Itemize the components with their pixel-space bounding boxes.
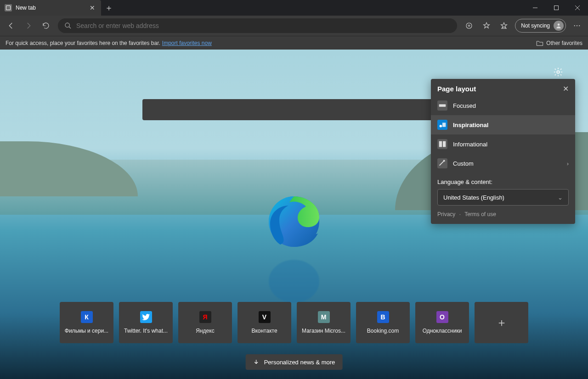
address-bar[interactable] [58, 18, 457, 33]
personalized-news-button[interactable]: Personalized news & more [246, 354, 343, 370]
panel-close-button[interactable]: ✕ [563, 84, 569, 93]
back-button[interactable] [3, 17, 19, 34]
menu-button[interactable] [569, 17, 585, 34]
background-hill [0, 141, 138, 196]
folder-icon [536, 40, 543, 46]
svg-line-5 [69, 27, 71, 28]
svg-point-11 [579, 25, 580, 26]
layout-option-icon [437, 158, 447, 168]
svg-point-4 [65, 23, 69, 27]
quick-link-tile[interactable]: MМагазин Micros... [297, 302, 351, 343]
shopping-icon[interactable] [461, 17, 477, 34]
window-controls [525, 0, 588, 16]
favorites-hint: For quick access, place your favorites h… [6, 40, 160, 46]
svg-rect-19 [443, 141, 446, 147]
tile-icon: O [436, 311, 448, 323]
layout-option-icon [437, 100, 447, 111]
import-favorites-link[interactable]: Import favorites now [162, 40, 212, 46]
quick-link-tile[interactable]: КФильмы и сери... [60, 302, 113, 343]
edge-logo-icon [266, 194, 322, 249]
tile-icon: M [318, 311, 330, 323]
terms-link[interactable]: Terms of use [464, 211, 496, 217]
svg-rect-17 [442, 123, 446, 127]
favorite-star-button[interactable] [478, 17, 495, 34]
tile-label: Вконтакте [240, 328, 288, 334]
chevron-down-icon: ⌄ [558, 194, 563, 201]
layout-option-icon [437, 120, 447, 130]
browser-toolbar: Not syncing [0, 16, 588, 36]
tile-label: Фильмы и сери... [62, 328, 111, 334]
other-favorites-button[interactable]: Other favorites [536, 40, 582, 46]
tile-icon: V [259, 311, 271, 323]
layout-option-label: Focused [453, 102, 476, 109]
avatar-icon [554, 21, 564, 31]
minimize-button[interactable] [525, 0, 546, 16]
quick-links-row: КФильмы и сери...Twitter. It's what...ЯЯ… [60, 302, 528, 343]
tile-icon: Я [199, 311, 211, 323]
other-favorites-label: Other favorites [546, 40, 582, 46]
layout-option-label: Inspirational [453, 122, 488, 128]
panel-title: Page layout [437, 85, 476, 93]
svg-point-9 [574, 25, 575, 26]
page-settings-button[interactable] [550, 64, 566, 80]
search-icon [64, 22, 72, 29]
forward-button[interactable] [20, 17, 37, 34]
tab-title: New tab [16, 5, 85, 11]
quick-link-tile[interactable]: VВконтакте [237, 302, 291, 343]
tab-favicon-icon [5, 4, 12, 11]
new-tab-page: Page layout ✕ FocusedInspirationalInform… [0, 50, 588, 379]
news-button-label: Personalized news & more [264, 359, 335, 366]
edge-logo-reflection [266, 258, 322, 305]
ntp-search-box[interactable] [142, 99, 446, 120]
svg-point-8 [558, 23, 560, 26]
tile-icon: B [377, 311, 389, 323]
layout-option-label: Custom [453, 160, 474, 167]
svg-point-14 [269, 260, 319, 303]
quick-link-tile[interactable]: OОдноклассники [415, 302, 469, 343]
plus-icon: ＋ [496, 317, 508, 329]
window-titlebar: New tab ✕ ＋ [0, 0, 588, 16]
maximize-button[interactable] [546, 0, 567, 16]
layout-option-focused[interactable]: Focused [431, 96, 575, 115]
tile-label: Магазин Micros... [300, 328, 348, 334]
profile-sync-button[interactable]: Not syncing [515, 19, 566, 33]
tile-label: Twitter. It's what... [122, 328, 170, 334]
tile-icon [140, 311, 152, 323]
layout-option-label: Informational [453, 141, 487, 148]
browser-tab[interactable]: New tab ✕ [0, 0, 101, 16]
quick-link-tile[interactable]: BBooking.com [356, 302, 410, 343]
arrow-down-icon [253, 359, 260, 365]
svg-point-10 [577, 25, 577, 26]
quick-link-tile[interactable]: ЯЯндекс [178, 302, 232, 343]
layout-option-inspirational[interactable]: Inspirational [431, 115, 575, 134]
favorites-bar: For quick access, place your favorites h… [0, 36, 588, 50]
quick-link-tile[interactable]: Twitter. It's what... [119, 302, 173, 343]
language-select[interactable]: United States (English) ⌄ [437, 189, 569, 206]
chevron-right-icon: › [567, 160, 569, 167]
sync-label: Not syncing [521, 22, 550, 29]
favorites-hub-button[interactable] [496, 17, 512, 34]
svg-rect-1 [554, 6, 559, 10]
refresh-button[interactable] [38, 17, 54, 34]
layout-option-icon [437, 139, 447, 149]
layout-option-informational[interactable]: Informational [431, 134, 575, 154]
tile-label: Booking.com [359, 328, 407, 334]
svg-point-16 [440, 125, 442, 127]
tile-label: Одноклассники [418, 328, 466, 334]
add-quick-link-button[interactable]: ＋ [475, 302, 528, 343]
privacy-link[interactable]: Privacy [437, 211, 455, 217]
address-input[interactable] [76, 22, 451, 29]
layout-option-custom[interactable]: Custom› [431, 154, 575, 173]
tile-label: Яндекс [181, 328, 229, 334]
close-window-button[interactable] [567, 0, 588, 16]
svg-rect-15 [439, 104, 446, 106]
page-layout-panel: Page layout ✕ FocusedInspirationalInform… [431, 79, 575, 224]
language-heading: Language & content: [431, 173, 575, 185]
tile-icon: К [81, 311, 93, 323]
language-value: United States (English) [443, 194, 504, 201]
svg-rect-18 [439, 141, 442, 147]
new-tab-button[interactable]: ＋ [101, 0, 117, 16]
svg-point-12 [557, 71, 560, 73]
close-tab-button[interactable]: ✕ [88, 4, 96, 12]
